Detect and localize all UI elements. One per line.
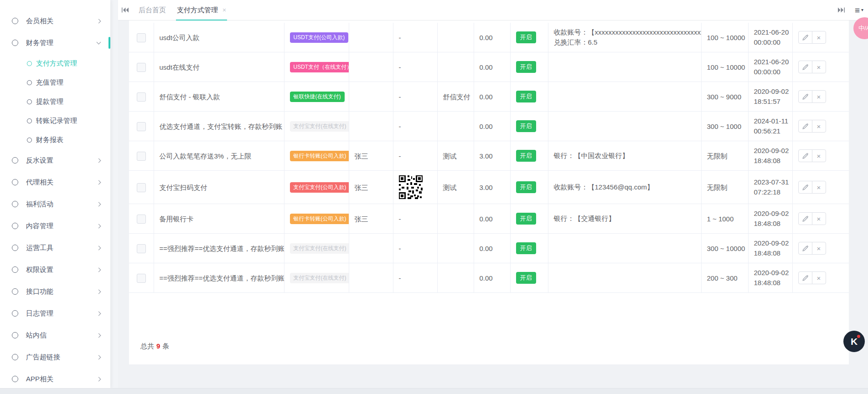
pencil-icon bbox=[802, 245, 809, 252]
edit-button[interactable] bbox=[798, 31, 812, 44]
chevron-icon bbox=[97, 158, 101, 163]
delete-button[interactable]: × bbox=[812, 242, 826, 255]
sidebar-item[interactable]: 权限设置 bbox=[0, 259, 110, 281]
update-time: 2020-09-0218:48:08 bbox=[748, 141, 792, 171]
table-row: ==强烈推荐==优选支付通道，存款秒到账 支付宝支付(在线支付) - 0.00 … bbox=[129, 263, 849, 293]
status-toggle-badge[interactable]: 开启 bbox=[516, 91, 536, 102]
delete-button[interactable]: × bbox=[812, 212, 826, 225]
edit-button[interactable] bbox=[798, 271, 812, 284]
sidebar-item[interactable]: 福利活动 bbox=[0, 193, 110, 215]
status-toggle-badge[interactable]: 开启 bbox=[516, 242, 536, 254]
menu-ring-icon bbox=[12, 354, 18, 360]
sidebar-subitem[interactable]: 支付方式管理 bbox=[0, 54, 110, 73]
chevron-icon bbox=[97, 267, 101, 272]
edit-button[interactable] bbox=[798, 90, 812, 103]
delete-button[interactable]: × bbox=[812, 120, 826, 133]
delete-button[interactable]: × bbox=[812, 61, 826, 73]
status-toggle-badge[interactable]: 开启 bbox=[516, 31, 536, 43]
delete-icon: × bbox=[817, 245, 821, 252]
edit-button[interactable] bbox=[798, 149, 812, 162]
status-toggle-badge[interactable]: 开启 bbox=[516, 150, 536, 162]
menu-ring-icon bbox=[12, 245, 18, 251]
amount-limit: 100 ~ 10000 bbox=[701, 52, 748, 82]
row-checkbox[interactable] bbox=[137, 92, 146, 102]
update-time: 2020-09-0218:51:57 bbox=[748, 82, 792, 112]
sidebar-item[interactable]: 运营工具 bbox=[0, 237, 110, 259]
payment-table-body: usdt公司入款 USDT支付(公司入款) - 0.00 开启 收款账号：【xx… bbox=[129, 23, 849, 293]
nav-item-label: 反水设置 bbox=[26, 156, 97, 165]
sidebar-scrollbar[interactable] bbox=[110, 0, 118, 388]
payment-type-badge: 支付宝支付(在线支付) bbox=[290, 273, 349, 283]
row-checkbox[interactable] bbox=[137, 215, 146, 224]
update-time: 2021-06-2000:00:00 bbox=[748, 23, 792, 52]
row-action-group: × bbox=[798, 271, 826, 284]
tab[interactable]: 支付方式管理 × bbox=[176, 0, 227, 20]
sidebar-item[interactable]: 代理相关 bbox=[0, 171, 110, 193]
edit-button[interactable] bbox=[798, 242, 812, 255]
delete-button[interactable]: × bbox=[812, 90, 826, 103]
sidebar-item[interactable]: 接口功能 bbox=[0, 281, 110, 302]
sidebar-item[interactable]: 反水设置 bbox=[0, 149, 110, 171]
edit-button[interactable] bbox=[798, 61, 812, 73]
sidebar-subitem[interactable]: 提款管理 bbox=[0, 92, 110, 111]
row-checkbox[interactable] bbox=[137, 152, 146, 161]
delete-button[interactable]: × bbox=[812, 31, 826, 44]
amount-limit: 300 ~ 9000 bbox=[701, 82, 748, 112]
table-row: ==强烈推荐==优选支付通道，存款秒到账 支付宝支付(在线支付) - 0.00 … bbox=[129, 234, 849, 263]
sidebar-item[interactable]: APP相关 bbox=[0, 368, 110, 388]
delete-button[interactable]: × bbox=[812, 181, 826, 194]
tab-options-menu[interactable]: ≡ ▾ bbox=[855, 6, 863, 15]
pencil-icon bbox=[802, 184, 809, 191]
delete-button[interactable]: × bbox=[812, 271, 826, 284]
row-checkbox[interactable] bbox=[137, 183, 146, 192]
fee-rate: 3.00 bbox=[474, 141, 510, 171]
pencil-icon bbox=[802, 153, 809, 159]
scroll-tabs-end-icon[interactable] bbox=[838, 7, 845, 13]
menu-ring-icon bbox=[12, 332, 18, 338]
row-checkbox[interactable] bbox=[137, 244, 146, 253]
update-time: 2021-06-2000:00:00 bbox=[748, 52, 792, 82]
tab[interactable]: 后台首页 bbox=[138, 0, 167, 20]
sidebar-item[interactable]: 内容管理 bbox=[0, 215, 110, 237]
sidebar-item[interactable]: 财务管理 bbox=[0, 32, 110, 54]
bottom-scrollbar-track[interactable] bbox=[0, 388, 868, 394]
sidebar-item[interactable]: 站内信 bbox=[0, 324, 110, 346]
sidebar-subitem[interactable]: 财务报表 bbox=[0, 130, 110, 149]
nav-subitem-label: 充值管理 bbox=[36, 78, 110, 87]
amount-limit: 无限制 bbox=[701, 141, 748, 171]
edit-button[interactable] bbox=[798, 212, 812, 225]
qr-code-image bbox=[399, 175, 423, 199]
status-toggle-badge[interactable]: 开启 bbox=[516, 181, 536, 193]
sidebar-subitem[interactable]: 充值管理 bbox=[0, 73, 110, 92]
amount-limit: 100 ~ 10000 bbox=[701, 23, 748, 52]
edit-button[interactable] bbox=[798, 120, 812, 133]
row-checkbox[interactable] bbox=[137, 274, 146, 283]
tab-label: 支付方式管理 bbox=[177, 6, 218, 15]
sidebar-subitem[interactable]: 转账记录管理 bbox=[0, 111, 110, 130]
fee-rate: 0.00 bbox=[474, 263, 510, 293]
tab-close-icon[interactable]: × bbox=[222, 7, 226, 13]
status-toggle-badge[interactable]: 开启 bbox=[516, 120, 536, 132]
menu-ring-icon bbox=[12, 201, 18, 207]
sidebar: 会员相关 财务管理 支付方式管理 充值管理 提款管理 转账记录管理 财务报表 反… bbox=[0, 0, 110, 388]
status-toggle-badge[interactable]: 开启 bbox=[516, 272, 536, 284]
edit-button[interactable] bbox=[798, 181, 812, 194]
sidebar-item[interactable]: 会员相关 bbox=[0, 10, 110, 32]
customer-service-button[interactable]: K bbox=[843, 331, 865, 352]
account-details bbox=[548, 52, 701, 82]
sidebar-item[interactable]: 日志管理 bbox=[0, 302, 110, 324]
amount-limit: 300 ~ 10000 bbox=[701, 234, 748, 263]
delete-button[interactable]: × bbox=[812, 149, 826, 162]
row-checkbox[interactable] bbox=[137, 33, 146, 42]
submenu-ring-icon bbox=[27, 99, 32, 104]
account-details: 银行：【交通银行】 bbox=[548, 204, 701, 234]
scroll-tabs-start-icon[interactable] bbox=[122, 7, 129, 13]
menu-ring-icon bbox=[12, 157, 18, 164]
pencil-icon bbox=[802, 215, 809, 222]
row-checkbox[interactable] bbox=[137, 63, 146, 72]
sidebar-item[interactable]: 广告超链接 bbox=[0, 346, 110, 368]
row-checkbox[interactable] bbox=[137, 122, 146, 131]
status-toggle-badge[interactable]: 开启 bbox=[516, 61, 536, 73]
chevron-icon bbox=[97, 333, 101, 338]
status-toggle-badge[interactable]: 开启 bbox=[516, 213, 536, 225]
